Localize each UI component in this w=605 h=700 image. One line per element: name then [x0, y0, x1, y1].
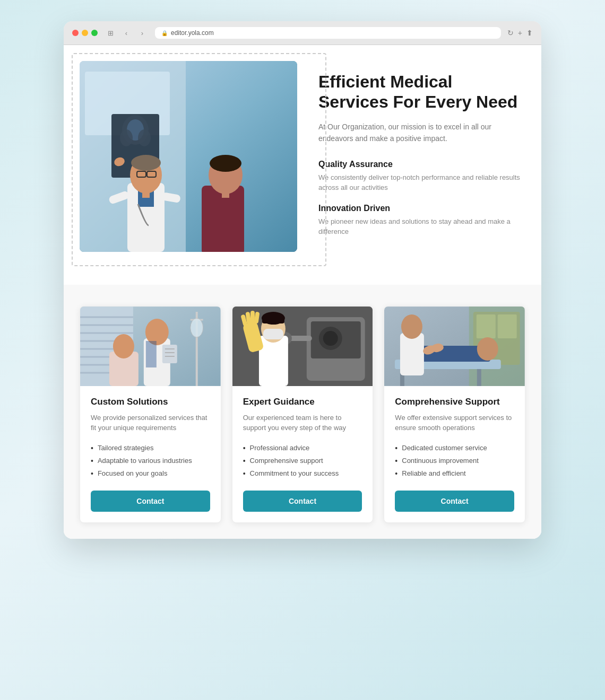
card-custom-solutions: Custom Solutions We provide personalized… [80, 306, 221, 523]
feature-innovation-driven: Innovation Driven We pioneer new ideas a… [318, 204, 525, 237]
browser-actions: ↻ + ⬆ [507, 29, 533, 37]
address-bar[interactable]: 🔒 editor.yola.com [155, 27, 501, 39]
svg-rect-62 [250, 311, 255, 323]
hero-title: Efficient Medical Services For Every Nee… [318, 72, 525, 112]
browser-controls: ⊞ ‹ › [104, 27, 149, 39]
card-2-contact-button[interactable]: Contact [243, 491, 362, 512]
list-item: Comprehensive support [243, 454, 362, 467]
lock-icon: 🔒 [161, 30, 168, 36]
refresh-icon[interactable]: ↻ [507, 29, 514, 37]
list-item: Reliable and efficient [395, 467, 514, 480]
traffic-light-yellow[interactable] [82, 30, 88, 36]
sidebar-toggle-button[interactable]: ⊞ [104, 27, 117, 39]
card-2-image [232, 307, 373, 386]
svg-point-51 [323, 331, 338, 346]
card-1-contact-button[interactable]: Contact [91, 491, 210, 512]
list-item: Dedicated customer service [395, 442, 514, 454]
card-2-list: Professional advice Comprehensive suppor… [243, 442, 362, 480]
card-3-contact-button[interactable]: Contact [395, 491, 514, 512]
svg-rect-23 [222, 188, 229, 198]
browser-content: Efficient Medical Services For Every Nee… [64, 45, 541, 539]
feature-quality-title: Quality Assurance [318, 160, 525, 169]
list-item: Tailored strategies [91, 442, 210, 454]
svg-rect-57 [263, 329, 283, 339]
list-item: Focused on your goals [91, 467, 210, 480]
cards-section: Custom Solutions We provide personalized… [80, 306, 525, 523]
svg-rect-67 [477, 314, 496, 338]
svg-point-45 [191, 318, 203, 337]
card-3-list: Dedicated customer service Continuous im… [395, 442, 514, 480]
svg-rect-58 [262, 316, 284, 323]
feature-innovation-desc: We pioneer new ideas and solutions to st… [318, 216, 525, 237]
hero-section: Efficient Medical Services For Every Nee… [80, 61, 525, 258]
card-1-image [80, 307, 221, 386]
svg-rect-22 [142, 187, 150, 198]
list-item: Professional advice [243, 442, 362, 454]
list-item: Adaptable to various industries [91, 454, 210, 467]
card-2-description: Our experienced team is here to support … [243, 413, 362, 433]
card-1-body: Custom Solutions We provide personalized… [80, 386, 221, 522]
card-expert-guidance: Expert Guidance Our experienced team is … [232, 306, 374, 523]
hero-text: Efficient Medical Services For Every Nee… [318, 61, 525, 258]
svg-rect-68 [498, 314, 517, 338]
url-text: editor.yola.com [171, 29, 214, 37]
traffic-light-green[interactable] [91, 30, 98, 36]
add-tab-icon[interactable]: + [518, 29, 522, 37]
hero-image-container [80, 61, 297, 258]
card-3-image [384, 307, 525, 386]
svg-rect-21 [211, 158, 240, 169]
feature-quality-desc: We consistently deliver top-notch perfor… [318, 172, 525, 193]
browser-window: ⊞ ‹ › 🔒 editor.yola.com ↻ + ⬆ [64, 21, 541, 539]
svg-rect-54 [259, 336, 288, 386]
card-3-description: We offer extensive support services to e… [395, 413, 514, 433]
svg-rect-36 [146, 341, 157, 368]
cards-background: Custom Solutions We provide personalized… [64, 285, 541, 539]
card-1-title: Custom Solutions [91, 397, 210, 407]
svg-rect-71 [477, 369, 481, 386]
svg-rect-39 [162, 345, 177, 363]
svg-point-11 [131, 155, 161, 171]
hero-image [80, 61, 297, 252]
svg-point-6 [120, 129, 133, 146]
card-1-list: Tailored strategies Adaptable to various… [91, 442, 210, 480]
browser-chrome: ⊞ ‹ › 🔒 editor.yola.com ↻ + ⬆ [64, 21, 541, 45]
card-3-title: Comprehensive Support [395, 397, 514, 407]
share-icon[interactable]: ⬆ [526, 29, 533, 37]
card-2-body: Expert Guidance Our experienced team is … [232, 386, 373, 522]
card-3-body: Comprehensive Support We offer extensive… [384, 386, 525, 522]
traffic-light-red[interactable] [72, 30, 79, 36]
svg-point-75 [401, 314, 422, 339]
forward-button[interactable]: › [136, 27, 149, 39]
card-2-title: Expert Guidance [243, 397, 362, 407]
svg-point-73 [477, 337, 498, 361]
feature-quality-assurance: Quality Assurance We consistently delive… [318, 160, 525, 193]
card-comprehensive-support: Comprehensive Support We offer extensive… [384, 306, 525, 523]
list-item: Continuous improvement [395, 454, 514, 467]
hero-description: At Our Organization, our mission is to e… [318, 121, 525, 145]
card-1-description: We provide personalized services that fi… [91, 413, 210, 433]
svg-rect-74 [400, 333, 424, 375]
feature-innovation-title: Innovation Driven [318, 204, 525, 213]
list-item: Commitment to your success [243, 467, 362, 480]
traffic-lights [72, 30, 98, 36]
svg-point-7 [138, 129, 151, 146]
back-button[interactable]: ‹ [120, 27, 133, 39]
svg-point-38 [113, 334, 134, 358]
